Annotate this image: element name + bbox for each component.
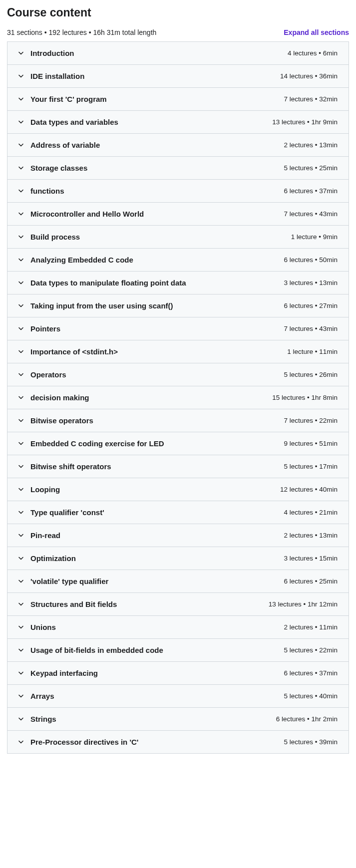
section-title: Arrays [30,692,54,700]
section-title: Pin-read [30,531,60,540]
section-row[interactable]: Arrays5 lectures • 40min [7,685,349,708]
chevron-down-icon [18,717,23,722]
section-left: Pin-read [18,531,60,540]
section-meta: 5 lectures • 39min [284,738,338,746]
section-left: Optimization [18,554,76,563]
section-left: Operators [18,370,66,379]
section-title: Optimization [30,554,76,563]
section-row[interactable]: Looping12 lectures • 40min [7,478,349,501]
chevron-down-icon [18,120,23,125]
section-meta: 3 lectures • 13min [284,279,338,287]
chevron-down-icon [18,464,23,469]
section-meta: 14 lectures • 36min [280,72,338,80]
chevron-down-icon [18,441,23,446]
section-meta: 5 lectures • 26min [284,371,338,378]
chevron-down-icon [18,189,23,194]
section-title: Data types to manipulate floating point … [30,279,186,287]
section-meta: 5 lectures • 22min [284,646,338,654]
chevron-down-icon [18,74,23,79]
section-meta: 6 lectures • 25min [284,578,338,585]
section-row[interactable]: Pin-read2 lectures • 13min [7,524,349,547]
section-row[interactable]: Usage of bit-fields in embedded code5 le… [7,639,349,662]
chevron-down-icon [18,258,23,263]
section-left: Pre-Processor directives in 'C' [18,738,138,746]
section-left: Keypad interfacing [18,669,98,677]
chevron-down-icon [18,694,23,699]
chevron-down-icon [18,648,23,653]
section-meta: 15 lectures • 1hr 8min [272,394,338,401]
section-row[interactable]: Keypad interfacing6 lectures • 37min [7,662,349,685]
section-left: Looping [18,485,60,494]
section-row[interactable]: Your first 'C' program7 lectures • 32min [7,88,349,111]
section-left: decision making [18,393,89,402]
section-row[interactable]: Data types to manipulate floating point … [7,272,349,294]
section-row[interactable]: Pointers7 lectures • 43min [7,317,349,340]
chevron-down-icon [18,349,23,354]
section-meta: 2 lectures • 11min [284,623,338,631]
section-title: 'volatile' type qualifier [30,577,108,585]
chevron-down-icon [18,51,23,56]
chevron-down-icon [18,533,23,538]
expand-all-button[interactable]: Expand all sections [284,28,349,36]
section-title: Operators [30,370,66,379]
section-left: Bitwise shift operators [18,462,111,471]
section-left: Strings [18,715,56,723]
section-title: Analyzing Embedded C code [30,256,133,264]
section-row[interactable]: Taking input from the user using scanf()… [7,294,349,317]
section-row[interactable]: Embedded C coding exercise for LED9 lect… [7,432,349,455]
section-title: Keypad interfacing [30,669,98,677]
section-row[interactable]: Operators5 lectures • 26min [7,363,349,386]
section-row[interactable]: 'volatile' type qualifier6 lectures • 25… [7,570,349,593]
chevron-down-icon [18,281,23,286]
section-row[interactable]: Microcontroller and Hello World7 lecture… [7,203,349,226]
section-row[interactable]: Build process1 lecture • 9min [7,226,349,249]
summary-text: 31 sections • 192 lectures • 16h 31m tot… [7,28,156,36]
section-row[interactable]: Pre-Processor directives in 'C'5 lecture… [7,731,349,753]
chevron-down-icon [18,740,23,745]
section-row[interactable]: Bitwise shift operators5 lectures • 17mi… [7,455,349,478]
section-left: 'volatile' type qualifier [18,577,108,585]
section-row[interactable]: Optimization3 lectures • 15min [7,547,349,570]
section-title: decision making [30,393,89,402]
section-title: Bitwise shift operators [30,462,111,471]
section-row[interactable]: Unions2 lectures • 11min [7,616,349,639]
page-heading: Course content [7,6,349,19]
section-row[interactable]: Introduction4 lectures • 6min [7,42,349,65]
chevron-down-icon [18,510,23,515]
section-title: Strings [30,715,56,723]
section-row[interactable]: Analyzing Embedded C code6 lectures • 50… [7,249,349,272]
section-left: Build process [18,233,80,241]
section-title: Bitwise operators [30,416,93,425]
section-row[interactable]: Data types and variables13 lectures • 1h… [7,111,349,134]
section-left: functions [18,187,64,195]
section-left: Storage classes [18,164,87,172]
section-row[interactable]: Storage classes5 lectures • 25min [7,157,349,180]
section-title: Taking input from the user using scanf() [30,301,173,310]
section-row[interactable]: Structures and Bit fields13 lectures • 1… [7,593,349,616]
section-row[interactable]: Strings6 lectures • 1hr 2min [7,708,349,731]
section-row[interactable]: decision making15 lectures • 1hr 8min [7,386,349,409]
chevron-down-icon [18,303,23,308]
section-row[interactable]: Address of variable2 lectures • 13min [7,134,349,157]
section-meta: 13 lectures • 1hr 9min [272,118,338,126]
chevron-down-icon [18,487,23,492]
chevron-down-icon [18,395,23,400]
section-title: functions [30,187,64,195]
section-row[interactable]: IDE installation14 lectures • 36min [7,65,349,88]
section-title: Type qualifier 'const' [30,508,104,517]
section-meta: 7 lectures • 22min [284,417,338,424]
chevron-down-icon [18,602,23,607]
section-row[interactable]: functions6 lectures • 37min [7,180,349,203]
section-meta: 6 lectures • 1hr 2min [276,715,338,723]
section-title: IDE installation [30,72,84,80]
section-left: Arrays [18,692,54,700]
section-row[interactable]: Importance of <stdint.h>1 lecture • 11mi… [7,340,349,363]
section-row[interactable]: Type qualifier 'const'4 lectures • 21min [7,501,349,524]
section-title: Address of variable [30,141,100,149]
section-left: Analyzing Embedded C code [18,256,133,264]
section-meta: 1 lecture • 9min [291,233,338,241]
section-meta: 4 lectures • 6min [288,49,338,57]
section-title: Unions [30,623,56,631]
section-row[interactable]: Bitwise operators7 lectures • 22min [7,409,349,432]
summary-row: 31 sections • 192 lectures • 16h 31m tot… [7,28,349,36]
